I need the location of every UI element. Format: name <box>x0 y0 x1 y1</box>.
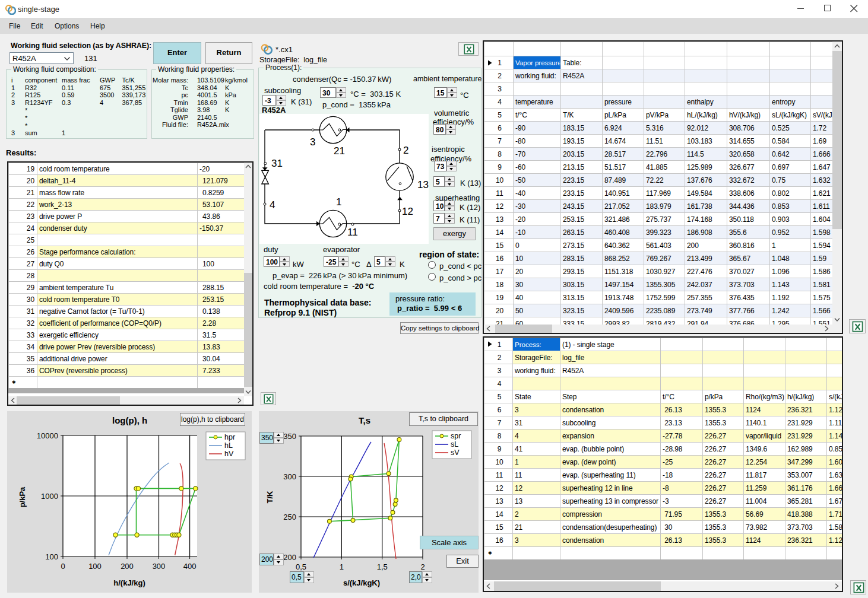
svg-text:200: 200 <box>283 553 296 562</box>
svg-text:11: 11 <box>347 227 358 238</box>
svg-text:1,5: 1,5 <box>377 562 388 571</box>
svg-text:T/K: T/K <box>265 491 274 504</box>
svg-text:sL: sL <box>451 440 458 448</box>
svg-text:h/(kJ/kg): h/(kJ/kg) <box>113 578 145 587</box>
svg-text:p/kPa: p/kPa <box>18 486 27 507</box>
svg-text:21: 21 <box>334 145 345 157</box>
svg-text:300: 300 <box>283 472 296 481</box>
svg-text:hL: hL <box>224 441 233 450</box>
svg-text:2: 2 <box>403 145 408 156</box>
svg-text:10000: 10000 <box>37 431 58 440</box>
svg-text:31: 31 <box>271 158 283 169</box>
svg-text:0,5: 0,5 <box>296 562 306 571</box>
svg-text:350: 350 <box>283 432 296 441</box>
svg-text:300: 300 <box>153 562 166 571</box>
svg-text:1000: 1000 <box>41 492 58 501</box>
svg-text:2: 2 <box>420 562 425 571</box>
svg-text:4: 4 <box>270 199 275 211</box>
svg-text:spr: spr <box>451 432 461 440</box>
svg-text:s/(kJ/kgK): s/(kJ/kgK) <box>343 578 380 587</box>
svg-text:400: 400 <box>183 562 197 571</box>
svg-text:1: 1 <box>336 196 341 208</box>
svg-text:sV: sV <box>451 448 460 457</box>
svg-text:100: 100 <box>88 562 102 571</box>
svg-text:hV: hV <box>224 450 234 458</box>
svg-text:100: 100 <box>45 552 58 561</box>
svg-text:12: 12 <box>402 206 413 217</box>
svg-text:hpr: hpr <box>224 433 235 441</box>
svg-text:1: 1 <box>340 562 344 571</box>
svg-text:13: 13 <box>417 179 429 190</box>
svg-text:200: 200 <box>121 562 134 571</box>
svg-text:3: 3 <box>310 136 315 148</box>
svg-text:0: 0 <box>61 562 65 571</box>
svg-text:250: 250 <box>283 513 296 521</box>
